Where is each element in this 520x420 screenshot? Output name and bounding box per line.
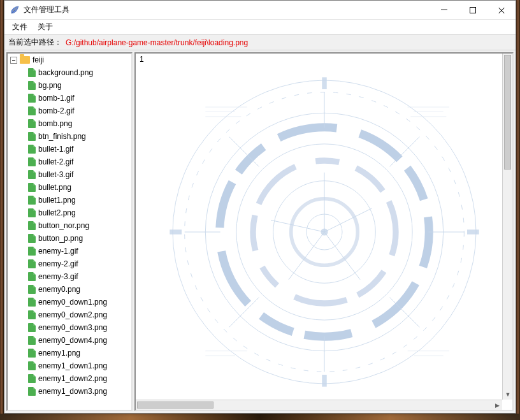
tree-file-label: enemy0_down3.png — [38, 323, 107, 332]
window-controls — [430, 1, 516, 19]
titlebar[interactable]: 文件管理工具 — [4, 1, 516, 20]
menu-file[interactable]: 文件 — [7, 20, 32, 34]
file-icon — [28, 349, 36, 358]
tree-file-row[interactable]: bullet-3.gif — [8, 168, 131, 181]
tree-file-row[interactable]: bullet-2.gif — [8, 156, 131, 168]
tree-file-label: enemy-2.gif — [38, 259, 78, 268]
scroll-thumb-vertical[interactable] — [504, 55, 511, 170]
tree-file-row[interactable]: enemy0_down2.png — [8, 308, 131, 321]
tree-file-row[interactable]: enemy1_down2.png — [8, 372, 131, 385]
tree-file-row[interactable]: button_nor.png — [8, 219, 131, 232]
tree-file-label: button_p.png — [38, 234, 83, 243]
file-icon — [28, 170, 36, 179]
tree-file-label: enemy-1.gif — [38, 247, 78, 256]
tree-file-label: enemy1_down3.png — [38, 387, 107, 396]
file-icon — [28, 196, 36, 205]
tree-file-row[interactable]: enemy1_down3.png — [8, 385, 131, 398]
tree-file-label: bomb.png — [38, 119, 72, 128]
tree-file-row[interactable]: bullet2.png — [8, 206, 131, 219]
tree-file-label: bomb-2.gif — [38, 106, 75, 115]
svg-rect-22 — [322, 77, 326, 89]
tree-file-row[interactable]: btn_finish.png — [8, 130, 131, 143]
tree-file-row[interactable]: enemy1.png — [8, 347, 131, 359]
file-icon — [28, 234, 36, 243]
file-icon — [28, 323, 36, 332]
tree-file-row[interactable]: bomb-2.gif — [8, 105, 131, 117]
path-row: 当前选中路径： G:/github/airplane-game-master/t… — [4, 35, 516, 50]
desktop-bg-bottom — [0, 414, 520, 420]
tree-file-row[interactable]: enemy0_down4.png — [8, 334, 131, 347]
svg-line-19 — [289, 232, 324, 280]
tree-file-row[interactable]: enemy-3.gif — [8, 270, 131, 283]
file-icon — [28, 285, 36, 294]
tree-file-row[interactable]: bomb.png — [8, 117, 131, 130]
path-value: G:/github/airplane-game-master/trunk/fei… — [66, 38, 248, 47]
tree-file-label: button_nor.png — [38, 221, 89, 230]
file-icon — [28, 68, 36, 77]
tree-file-row[interactable]: enemy0.png — [8, 283, 131, 296]
file-icon — [28, 119, 36, 128]
menubar: 文件 关于 — [4, 20, 516, 35]
tree-file-label: enemy-3.gif — [38, 272, 78, 281]
file-icon — [28, 361, 36, 370]
file-tree-panel[interactable]: feiji background.pngbg.pngbomb-1.gifbomb… — [6, 52, 133, 411]
file-icon — [28, 132, 36, 141]
file-icon — [28, 272, 36, 281]
body-split: feiji background.pngbg.pngbomb-1.gifbomb… — [4, 50, 516, 413]
scroll-down-icon[interactable]: ▼ — [503, 389, 513, 400]
file-icon — [28, 336, 36, 345]
file-icon — [28, 145, 36, 154]
file-icon — [28, 247, 36, 256]
tree-file-row[interactable]: enemy0_down1.png — [8, 296, 131, 308]
tree-file-row[interactable]: bullet.png — [8, 181, 131, 194]
tree-file-row[interactable]: background.png — [8, 66, 131, 79]
menu-about[interactable]: 关于 — [32, 20, 58, 34]
tree-file-label: bullet1.png — [38, 196, 76, 205]
close-icon — [498, 6, 505, 14]
maximize-button[interactable] — [458, 1, 487, 19]
tree-file-row[interactable]: bullet-1.gif — [8, 143, 131, 156]
tree-root-row[interactable]: feiji — [8, 54, 131, 66]
tree-file-row[interactable]: enemy-2.gif — [8, 257, 131, 270]
tree-file-row[interactable]: bomb-1.gif — [8, 92, 131, 105]
file-icon — [28, 374, 36, 383]
tree-file-row[interactable]: bg.png — [8, 79, 131, 92]
tree-file-label: bullet-3.gif — [38, 170, 73, 179]
file-icon — [28, 94, 36, 103]
close-button[interactable] — [487, 1, 516, 19]
file-icon — [28, 81, 36, 90]
preview-panel: 1 — [134, 52, 514, 411]
svg-rect-25 — [467, 229, 479, 234]
svg-point-26 — [321, 228, 328, 235]
file-icon — [28, 259, 36, 268]
tree-file-row[interactable]: enemy1_down1.png — [8, 359, 131, 372]
svg-line-20 — [324, 232, 360, 280]
tree-root-label: feiji — [32, 55, 44, 64]
scroll-right-icon[interactable]: ▶ — [492, 400, 502, 410]
scroll-thumb-horizontal[interactable] — [137, 402, 213, 409]
preview-scrollbar-horizontal[interactable]: ◀ ▶ — [136, 400, 502, 410]
folder-icon — [20, 56, 30, 64]
tree-file-row[interactable]: enemy0_down3.png — [8, 321, 131, 334]
tree-file-label: enemy1_down2.png — [38, 374, 107, 383]
file-icon — [28, 387, 36, 396]
minimize-button[interactable] — [430, 1, 458, 19]
file-list: background.pngbg.pngbomb-1.gifbomb-2.gif… — [8, 66, 131, 398]
preview-content — [136, 54, 512, 410]
tree-file-row[interactable]: button_p.png — [8, 232, 131, 245]
tree-file-label: background.png — [38, 68, 93, 77]
svg-line-21 — [271, 220, 324, 232]
file-icon — [28, 310, 36, 319]
maximize-icon — [470, 7, 476, 13]
minimize-icon — [441, 10, 447, 10]
tree-file-label: bomb-1.gif — [38, 94, 75, 103]
tree-file-row[interactable]: bullet1.png — [8, 194, 131, 206]
tree-file-label: btn_finish.png — [38, 132, 86, 141]
tree-file-row[interactable]: enemy-1.gif — [8, 245, 131, 257]
desktop-bg-right — [516, 0, 520, 420]
preview-scrollbar-vertical[interactable]: ▲ ▼ — [502, 54, 512, 400]
tree-file-label: bullet-1.gif — [38, 145, 73, 154]
svg-rect-24 — [170, 229, 182, 234]
file-icon — [28, 298, 36, 307]
expander-icon[interactable] — [10, 57, 17, 64]
